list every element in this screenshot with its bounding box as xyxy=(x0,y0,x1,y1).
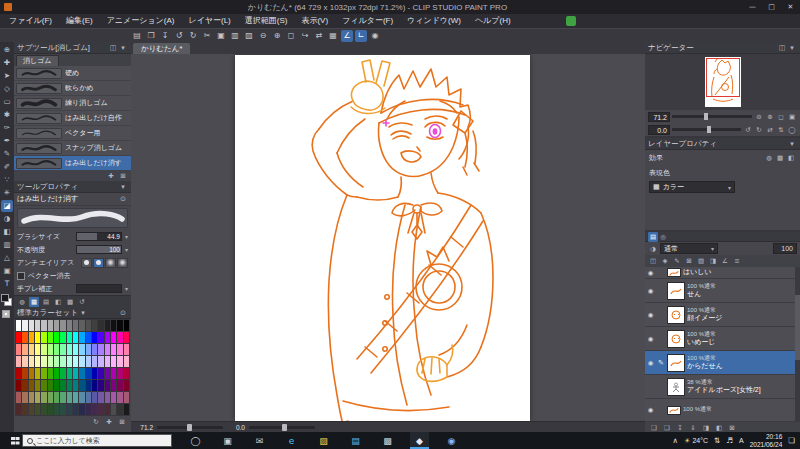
layer-row[interactable]: 38 %通常アイドルポーズ[女性/2] xyxy=(645,375,800,399)
color-swatch[interactable] xyxy=(98,344,103,355)
color-swatch[interactable] xyxy=(67,332,72,343)
color-swatch[interactable] xyxy=(92,320,97,331)
reference-layer-icon[interactable]: ◈ xyxy=(660,256,670,266)
scrollbar-thumb[interactable] xyxy=(795,295,800,360)
cut-icon[interactable]: ✂ xyxy=(201,30,213,42)
color-swatch[interactable] xyxy=(29,404,34,415)
flip-view-icon[interactable]: ⇄ xyxy=(313,30,325,42)
subtool-item[interactable]: はみ出しだけ自作 xyxy=(14,111,131,126)
nav-reset-icon[interactable]: ◯ xyxy=(787,125,797,135)
color-swatch[interactable] xyxy=(60,344,65,355)
stabilization-stepper[interactable]: ▾ xyxy=(125,285,128,292)
lock-transparent-icon[interactable]: ▨ xyxy=(696,256,706,266)
menu-view[interactable]: 表示(V) xyxy=(294,14,335,28)
chevron-down-icon[interactable]: ▾ xyxy=(78,309,88,317)
layer-opacity-value[interactable]: 100 xyxy=(773,243,797,254)
add-subtool-icon[interactable]: ✚ xyxy=(106,171,116,181)
color-swatch[interactable] xyxy=(35,368,40,379)
color-swatch[interactable] xyxy=(117,368,122,379)
color-swatch[interactable] xyxy=(73,392,78,403)
color-mixer-icon[interactable]: ◧ xyxy=(53,297,63,307)
vector-erase-checkbox[interactable] xyxy=(17,272,25,280)
nav-flip-horizontal-icon[interactable]: ⇄ xyxy=(765,125,775,135)
status-zoom-slider[interactable] xyxy=(157,426,223,429)
color-swatch[interactable] xyxy=(67,404,72,415)
color-swatch[interactable] xyxy=(98,404,103,415)
taskbar-edge-icon[interactable]: e xyxy=(282,432,301,449)
color-swatch[interactable] xyxy=(16,368,21,379)
color-swatch[interactable] xyxy=(16,404,21,415)
color-swatch[interactable] xyxy=(35,356,40,367)
color-swatch[interactable] xyxy=(60,368,65,379)
navigator-thumbnail[interactable] xyxy=(645,54,800,110)
color-swatch[interactable] xyxy=(79,332,84,343)
snap-special-ruler-icon[interactable]: ∟ xyxy=(355,30,367,42)
color-swatch[interactable] xyxy=(67,344,72,355)
color-swatch[interactable] xyxy=(54,380,59,391)
layer-thumbnail[interactable] xyxy=(667,268,681,277)
panel-dock-icon[interactable]: ◫ xyxy=(777,44,787,52)
color-swatch[interactable] xyxy=(29,332,34,343)
color-swatch[interactable] xyxy=(29,344,34,355)
nav-zoom-out-icon[interactable]: ⊖ xyxy=(754,112,764,122)
draft-layer-icon[interactable]: ✎ xyxy=(672,256,682,266)
color-swatch[interactable] xyxy=(117,392,122,403)
color-swatch[interactable] xyxy=(124,320,129,331)
color-swatch[interactable] xyxy=(73,380,78,391)
tool-selection[interactable]: ▭ xyxy=(1,96,13,108)
nav-zoom-in-icon[interactable]: ⊕ xyxy=(765,112,775,122)
color-swatch[interactable] xyxy=(73,356,78,367)
layer-thumbnail[interactable] xyxy=(667,306,685,324)
ruler-range-icon[interactable]: ∠ xyxy=(720,256,730,266)
color-swatch[interactable] xyxy=(29,392,34,403)
brush-size-slider[interactable]: 44.9 xyxy=(76,232,122,241)
taskbar-clip-studio-icon[interactable]: ◆ xyxy=(410,432,429,449)
color-swatch[interactable] xyxy=(86,392,91,403)
color-swatch[interactable] xyxy=(92,368,97,379)
color-swatch[interactable] xyxy=(105,344,110,355)
color-swatch[interactable] xyxy=(41,332,46,343)
color-swatch[interactable] xyxy=(111,392,116,403)
add-color-icon[interactable]: ✚ xyxy=(104,417,114,427)
tool-brush[interactable]: ✐ xyxy=(1,161,13,173)
color-swatch[interactable] xyxy=(124,332,129,343)
border-effect-icon[interactable]: ◍ xyxy=(764,153,774,163)
canvas-page[interactable] xyxy=(235,55,530,421)
layer-color-icon[interactable]: ◧ xyxy=(786,153,796,163)
tool-decoration[interactable]: ✳ xyxy=(1,187,13,199)
color-swatch[interactable] xyxy=(35,380,40,391)
subtool-detail-icon[interactable]: ⊙ xyxy=(118,195,128,203)
tool-move[interactable]: ✚ xyxy=(1,57,13,69)
tool-object[interactable]: ➤ xyxy=(1,70,13,82)
color-swatch[interactable] xyxy=(105,368,110,379)
color-set-icon[interactable]: ▦ xyxy=(29,297,39,307)
tool-fill[interactable]: ◧ xyxy=(1,226,13,238)
color-swatch[interactable] xyxy=(67,380,72,391)
opacity-stepper[interactable]: ▾ xyxy=(125,246,128,253)
color-swatch[interactable] xyxy=(67,356,72,367)
transparent-color-swatch[interactable] xyxy=(2,310,10,318)
color-swatch[interactable] xyxy=(60,356,65,367)
subtool-item[interactable]: 練り消しゴム xyxy=(14,96,131,111)
color-swatch[interactable] xyxy=(16,320,21,331)
nav-rotate-right-icon[interactable]: ↻ xyxy=(754,125,764,135)
tool-figure[interactable]: △ xyxy=(1,252,13,264)
stabilization-slider[interactable] xyxy=(76,284,122,293)
redo-icon[interactable]: ↻ xyxy=(187,30,199,42)
color-swatch[interactable] xyxy=(79,368,84,379)
taskbar-store-icon[interactable]: ▤ xyxy=(346,432,365,449)
color-swatch[interactable] xyxy=(54,404,59,415)
color-swatch[interactable] xyxy=(105,356,110,367)
color-swatch[interactable] xyxy=(41,404,46,415)
menu-edit[interactable]: 編集(E) xyxy=(59,14,100,28)
subtool-item[interactable]: 硬め xyxy=(14,66,131,81)
subtool-item[interactable]: 軟らかめ xyxy=(14,81,131,96)
color-swatch[interactable] xyxy=(117,404,122,415)
color-swatch[interactable] xyxy=(60,332,65,343)
color-swatch[interactable] xyxy=(22,392,27,403)
ime-indicator[interactable]: A xyxy=(739,437,744,444)
expression-color-dropdown[interactable]: ▦ カラー ▾ xyxy=(649,181,735,193)
taskbar-browser-icon[interactable]: ◉ xyxy=(442,432,461,449)
color-swatch[interactable] xyxy=(124,392,129,403)
color-swatch[interactable] xyxy=(124,380,129,391)
